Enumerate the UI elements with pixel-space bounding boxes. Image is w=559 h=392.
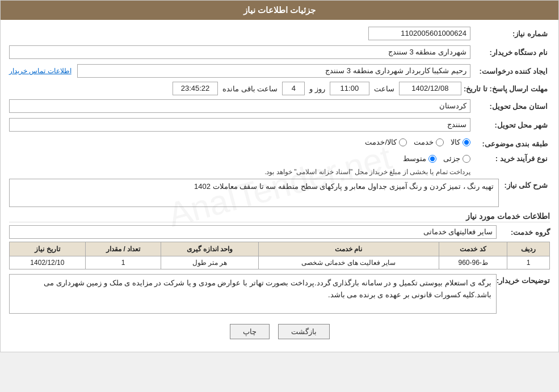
process-row: نوع فرآیند خرید : جزئی متوسط پرداخت تمام… bbox=[9, 154, 550, 176]
deadline-time-field: 11:00 bbox=[330, 82, 369, 95]
category-kala-label: کالا bbox=[451, 138, 460, 146]
cell-quantity: 1 bbox=[85, 256, 161, 269]
col-header-service-name: نام خدمت bbox=[258, 242, 439, 256]
deadline-days-field: 4 bbox=[282, 82, 305, 95]
creator-field: رحیم شکیبا کاربردار شهرداری منطقه 3 سنند… bbox=[77, 64, 470, 78]
process-mota-label: متوسط bbox=[403, 154, 426, 163]
deadline-date-field: 1402/12/08 bbox=[399, 82, 461, 95]
col-header-unit: واحد اندازه گیری bbox=[161, 242, 258, 256]
print-button[interactable]: چاپ bbox=[230, 324, 270, 339]
back-button[interactable]: بازگشت bbox=[278, 324, 330, 339]
services-section-title: اطلاعات خدمات مورد نیاز bbox=[9, 212, 550, 222]
process-jozee-radio[interactable] bbox=[463, 155, 470, 163]
category-both-label: کالا/خدمت bbox=[365, 138, 397, 146]
city-field: سنندج bbox=[9, 118, 470, 132]
creator-link[interactable]: اطلاعات تماس خریدار bbox=[9, 67, 72, 75]
process-note: پرداخت تمام یا بخشی از مبلغ خریداز محل "… bbox=[264, 168, 470, 176]
buyer-notes-field: برگه ی استعلام بیوستی تکمیل و در سامانه … bbox=[9, 274, 497, 314]
category-kala-radio[interactable] bbox=[463, 138, 470, 146]
service-group-row: گروه خدمت: سایر فعالیتهای خدماتی bbox=[9, 225, 550, 239]
creator-row: ایجاد کننده درخواست: رحیم شکیبا کاربردار… bbox=[9, 63, 550, 79]
city-row: شهر محل تحویل: سنندج bbox=[9, 117, 550, 133]
table-row: 1 ط-96-960 سایر فعالیت های خدماتی شخصی ه… bbox=[10, 256, 550, 269]
buyer-org-field: شهرداری منطقه 3 سنندج bbox=[9, 45, 470, 59]
deadline-remaining-field: 23:45:22 bbox=[173, 82, 218, 95]
description-row: شرح کلی نیاز: تهیه رنگ ، تمیز کردن و رنگ… bbox=[9, 179, 550, 207]
category-label: طبقه بندی موضوعی: bbox=[470, 140, 550, 148]
deadline-time-label: ساعت bbox=[374, 85, 394, 93]
category-row: طبقه بندی موضوعی: کالا خدمت کالا/خدمت bbox=[9, 136, 550, 151]
deadline-days-label: روز و bbox=[309, 85, 325, 93]
process-options: جزئی متوسط پرداخت تمام یا بخشی از مبلغ خ… bbox=[264, 154, 470, 176]
process-jozee[interactable]: جزئی bbox=[443, 154, 470, 163]
process-radio-group: جزئی متوسط bbox=[264, 154, 470, 163]
category-radio-group: کالا خدمت کالا/خدمت bbox=[365, 138, 470, 146]
deadline-row: مهلت ارسال پاسخ: تا تاریخ: 1402/12/08 سا… bbox=[9, 82, 550, 95]
province-field: کردستان bbox=[9, 99, 470, 113]
category-kala[interactable]: کالا bbox=[451, 138, 470, 146]
creator-label: ایجاد کننده درخواست: bbox=[470, 67, 550, 75]
col-header-row-num: ردیف bbox=[507, 242, 550, 256]
need-number-field: 1102005601000624 bbox=[368, 27, 470, 40]
cell-service-name: سایر فعالیت های خدماتی شخصی bbox=[258, 256, 439, 269]
services-table: ردیف کد خدمت نام خدمت واحد اندازه گیری ت… bbox=[9, 242, 550, 269]
content-area: AnaITender.net شماره نیاز: 1102005601000… bbox=[1, 20, 558, 352]
page-header: جزئیات اطلاعات نیاز bbox=[1, 1, 558, 20]
process-mota[interactable]: متوسط bbox=[403, 154, 436, 163]
cell-row-num: 1 bbox=[507, 256, 550, 269]
cell-unit: هر متر طول bbox=[161, 256, 258, 269]
col-header-quantity: تعداد / مقدار bbox=[85, 242, 161, 256]
description-field: تهیه رنگ ، تمیز کردن و رنگ آمیزی جداول م… bbox=[9, 179, 499, 207]
buttons-row: بازگشت چاپ bbox=[9, 319, 550, 346]
process-mota-radio[interactable] bbox=[428, 155, 436, 163]
page-title: جزئیات اطلاعات نیاز bbox=[243, 5, 316, 15]
col-header-service-code: کد خدمت bbox=[439, 242, 507, 256]
buyer-org-row: نام دستگاه خریدار: شهرداری منطقه 3 سنندج bbox=[9, 44, 550, 60]
service-group-label: گروه خدمت: bbox=[499, 228, 550, 237]
province-label: استان محل تحویل: bbox=[470, 102, 550, 111]
cell-service-code: ط-96-960 bbox=[439, 256, 507, 269]
process-label: نوع فرآیند خرید : bbox=[470, 154, 550, 163]
page-container: جزئیات اطلاعات نیاز AnaITender.net شماره… bbox=[0, 0, 559, 352]
service-group-field: سایر فعالیتهای خدماتی bbox=[9, 225, 497, 239]
need-number-row: شماره نیاز: 1102005601000624 bbox=[9, 26, 550, 41]
category-khedmat-radio[interactable] bbox=[436, 138, 444, 146]
cell-date: 1402/12/10 bbox=[10, 256, 86, 269]
category-khedmat[interactable]: خدمت bbox=[414, 138, 444, 146]
buyer-notes-row: توضیحات خریدار: برگه ی استعلام بیوستی تک… bbox=[9, 274, 550, 314]
col-header-date: تاریخ نیاز bbox=[10, 242, 86, 256]
process-jozee-label: جزئی bbox=[443, 154, 460, 163]
province-row: استان محل تحویل: کردستان bbox=[9, 98, 550, 114]
deadline-label: مهلت ارسال پاسخ: تا تاریخ: bbox=[464, 85, 550, 93]
deadline-remaining-label: ساعت باقی مانده bbox=[222, 85, 278, 93]
category-kala-khedmat[interactable]: کالا/خدمت bbox=[365, 138, 407, 146]
need-number-label: شماره نیاز: bbox=[470, 29, 550, 38]
description-label: شرح کلی نیاز: bbox=[499, 179, 550, 189]
city-label: شهر محل تحویل: bbox=[470, 121, 550, 129]
buyer-notes-label: توضیحات خریدار: bbox=[497, 274, 550, 285]
category-both-radio[interactable] bbox=[399, 138, 407, 146]
category-khedmat-label: خدمت bbox=[414, 138, 434, 146]
buyer-org-label: نام دستگاه خریدار: bbox=[470, 48, 550, 57]
